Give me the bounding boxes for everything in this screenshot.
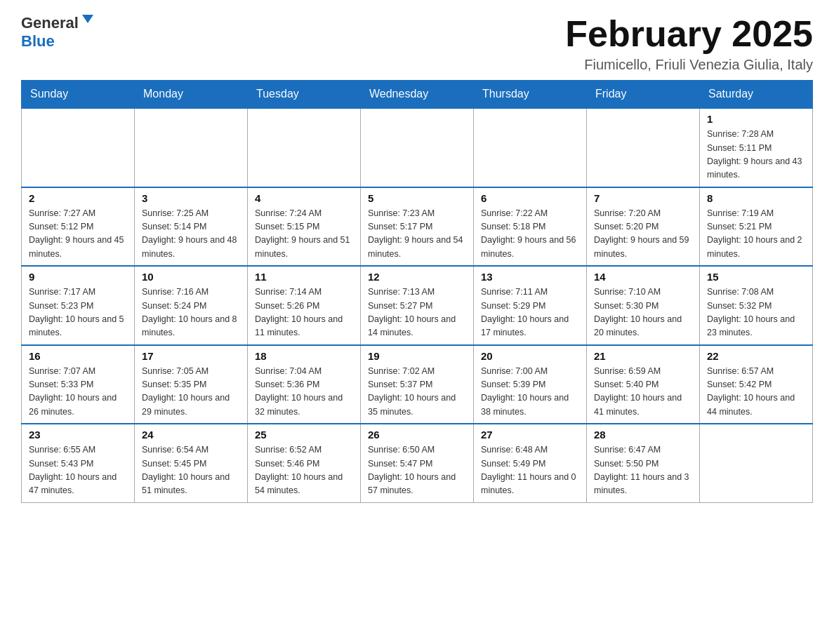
header-wednesday: Wednesday: [361, 81, 474, 109]
day-info: Sunrise: 6:54 AMSunset: 5:45 PMDaylight:…: [142, 443, 240, 498]
day-number: 23: [29, 429, 127, 441]
logo: General Blue: [21, 14, 95, 51]
table-row: 26Sunrise: 6:50 AMSunset: 5:47 PMDayligh…: [361, 424, 474, 502]
table-row: 9Sunrise: 7:17 AMSunset: 5:23 PMDaylight…: [22, 266, 135, 345]
svg-marker-0: [82, 15, 93, 23]
table-row: [700, 424, 813, 502]
month-title: February 2025: [565, 14, 813, 54]
day-info: Sunrise: 7:22 AMSunset: 5:18 PMDaylight:…: [481, 207, 579, 262]
logo-general: General: [21, 14, 79, 32]
day-number: 17: [142, 350, 240, 362]
day-info: Sunrise: 7:28 AMSunset: 5:11 PMDaylight:…: [707, 128, 805, 182]
day-info: Sunrise: 7:25 AMSunset: 5:14 PMDaylight:…: [142, 207, 240, 262]
day-number: 7: [594, 192, 692, 204]
day-number: 15: [707, 271, 805, 283]
table-row: 13Sunrise: 7:11 AMSunset: 5:29 PMDayligh…: [474, 266, 587, 345]
day-info: Sunrise: 7:02 AMSunset: 5:37 PMDaylight:…: [368, 365, 466, 420]
day-number: 20: [481, 350, 579, 362]
table-row: 1Sunrise: 7:28 AMSunset: 5:11 PMDaylight…: [700, 108, 813, 187]
day-info: Sunrise: 6:57 AMSunset: 5:42 PMDaylight:…: [707, 365, 805, 420]
day-info: Sunrise: 7:14 AMSunset: 5:26 PMDaylight:…: [255, 286, 353, 340]
day-info: Sunrise: 6:55 AMSunset: 5:43 PMDaylight:…: [29, 443, 127, 498]
header-sunday: Sunday: [22, 81, 135, 109]
header-saturday: Saturday: [700, 81, 813, 109]
day-info: Sunrise: 7:07 AMSunset: 5:33 PMDaylight:…: [29, 365, 127, 420]
logo-arrow-icon: [81, 12, 95, 29]
table-row: 6Sunrise: 7:22 AMSunset: 5:18 PMDaylight…: [474, 187, 587, 267]
calendar-week-1: 1Sunrise: 7:28 AMSunset: 5:11 PMDaylight…: [22, 108, 813, 187]
day-number: 25: [255, 429, 353, 441]
table-row: 20Sunrise: 7:00 AMSunset: 5:39 PMDayligh…: [474, 345, 587, 424]
table-row: 25Sunrise: 6:52 AMSunset: 5:46 PMDayligh…: [248, 424, 361, 502]
day-number: 12: [368, 271, 466, 283]
day-info: Sunrise: 7:23 AMSunset: 5:17 PMDaylight:…: [368, 207, 466, 262]
day-number: 5: [368, 192, 466, 204]
table-row: 19Sunrise: 7:02 AMSunset: 5:37 PMDayligh…: [361, 345, 474, 424]
table-row: 3Sunrise: 7:25 AMSunset: 5:14 PMDaylight…: [135, 187, 248, 267]
table-row: 8Sunrise: 7:19 AMSunset: 5:21 PMDaylight…: [700, 187, 813, 267]
table-row: [361, 108, 474, 187]
logo-blue: Blue: [21, 32, 55, 50]
day-info: Sunrise: 7:13 AMSunset: 5:27 PMDaylight:…: [368, 286, 466, 340]
table-row: 15Sunrise: 7:08 AMSunset: 5:32 PMDayligh…: [700, 266, 813, 345]
day-info: Sunrise: 7:11 AMSunset: 5:29 PMDaylight:…: [481, 286, 579, 340]
day-number: 2: [29, 192, 127, 204]
header-tuesday: Tuesday: [248, 81, 361, 109]
table-row: 24Sunrise: 6:54 AMSunset: 5:45 PMDayligh…: [135, 424, 248, 502]
title-block: February 2025 Fiumicello, Friuli Venezia…: [565, 14, 813, 73]
location-title: Fiumicello, Friuli Venezia Giulia, Italy: [565, 57, 813, 73]
day-number: 1: [707, 113, 805, 125]
table-row: 10Sunrise: 7:16 AMSunset: 5:24 PMDayligh…: [135, 266, 248, 345]
day-info: Sunrise: 6:47 AMSunset: 5:50 PMDaylight:…: [594, 443, 692, 498]
table-row: 23Sunrise: 6:55 AMSunset: 5:43 PMDayligh…: [22, 424, 135, 502]
table-row: [248, 108, 361, 187]
table-row: [22, 108, 135, 187]
day-info: Sunrise: 7:19 AMSunset: 5:21 PMDaylight:…: [707, 207, 805, 262]
day-info: Sunrise: 7:27 AMSunset: 5:12 PMDaylight:…: [29, 207, 127, 262]
day-info: Sunrise: 7:16 AMSunset: 5:24 PMDaylight:…: [142, 286, 240, 340]
header-friday: Friday: [587, 81, 700, 109]
calendar-week-5: 23Sunrise: 6:55 AMSunset: 5:43 PMDayligh…: [22, 424, 813, 502]
day-number: 11: [255, 271, 353, 283]
calendar-week-2: 2Sunrise: 7:27 AMSunset: 5:12 PMDaylight…: [22, 187, 813, 267]
day-number: 10: [142, 271, 240, 283]
header-thursday: Thursday: [474, 81, 587, 109]
table-row: 5Sunrise: 7:23 AMSunset: 5:17 PMDaylight…: [361, 187, 474, 267]
day-number: 3: [142, 192, 240, 204]
day-info: Sunrise: 7:20 AMSunset: 5:20 PMDaylight:…: [594, 207, 692, 262]
day-number: 14: [594, 271, 692, 283]
table-row: 14Sunrise: 7:10 AMSunset: 5:30 PMDayligh…: [587, 266, 700, 345]
page-header: General Blue February 2025 Fiumicello, F…: [21, 14, 813, 73]
day-number: 13: [481, 271, 579, 283]
calendar-table: Sunday Monday Tuesday Wednesday Thursday…: [21, 80, 813, 503]
table-row: 18Sunrise: 7:04 AMSunset: 5:36 PMDayligh…: [248, 345, 361, 424]
header-monday: Monday: [135, 81, 248, 109]
day-info: Sunrise: 7:08 AMSunset: 5:32 PMDaylight:…: [707, 286, 805, 340]
table-row: 28Sunrise: 6:47 AMSunset: 5:50 PMDayligh…: [587, 424, 700, 502]
table-row: 4Sunrise: 7:24 AMSunset: 5:15 PMDaylight…: [248, 187, 361, 267]
day-info: Sunrise: 6:59 AMSunset: 5:40 PMDaylight:…: [594, 365, 692, 420]
day-number: 28: [594, 429, 692, 441]
day-number: 27: [481, 429, 579, 441]
day-info: Sunrise: 7:17 AMSunset: 5:23 PMDaylight:…: [29, 286, 127, 340]
table-row: 12Sunrise: 7:13 AMSunset: 5:27 PMDayligh…: [361, 266, 474, 345]
table-row: 21Sunrise: 6:59 AMSunset: 5:40 PMDayligh…: [587, 345, 700, 424]
day-info: Sunrise: 7:10 AMSunset: 5:30 PMDaylight:…: [594, 286, 692, 340]
day-info: Sunrise: 7:05 AMSunset: 5:35 PMDaylight:…: [142, 365, 240, 420]
day-number: 18: [255, 350, 353, 362]
calendar-week-3: 9Sunrise: 7:17 AMSunset: 5:23 PMDaylight…: [22, 266, 813, 345]
table-row: 2Sunrise: 7:27 AMSunset: 5:12 PMDaylight…: [22, 187, 135, 267]
table-row: [135, 108, 248, 187]
day-number: 19: [368, 350, 466, 362]
day-number: 8: [707, 192, 805, 204]
day-info: Sunrise: 7:24 AMSunset: 5:15 PMDaylight:…: [255, 207, 353, 262]
table-row: 16Sunrise: 7:07 AMSunset: 5:33 PMDayligh…: [22, 345, 135, 424]
table-row: [474, 108, 587, 187]
day-number: 16: [29, 350, 127, 362]
day-number: 24: [142, 429, 240, 441]
table-row: 7Sunrise: 7:20 AMSunset: 5:20 PMDaylight…: [587, 187, 700, 267]
day-info: Sunrise: 7:04 AMSunset: 5:36 PMDaylight:…: [255, 365, 353, 420]
table-row: 11Sunrise: 7:14 AMSunset: 5:26 PMDayligh…: [248, 266, 361, 345]
day-number: 6: [481, 192, 579, 204]
day-number: 9: [29, 271, 127, 283]
